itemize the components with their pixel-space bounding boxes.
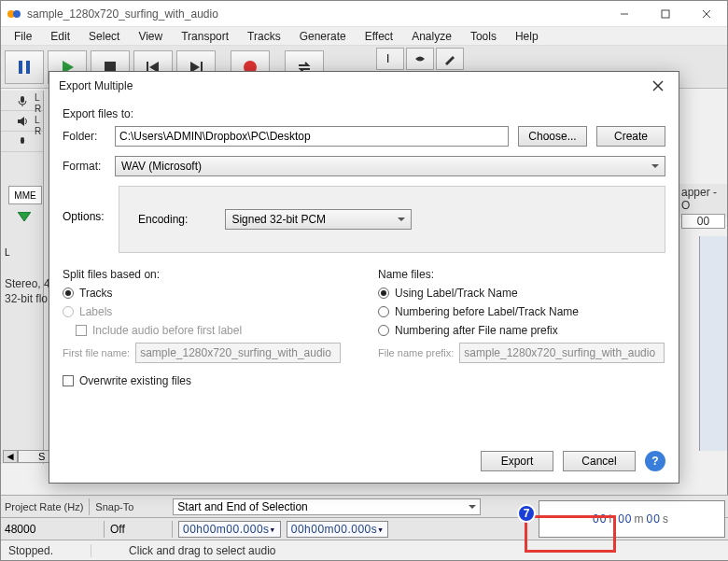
- svg-rect-6: [19, 61, 22, 74]
- overwrite-check[interactable]: Overwrite existing files: [63, 374, 665, 387]
- name-opt1-radio[interactable]: Using Label/Track Name: [378, 287, 665, 300]
- encoding-value: Signed 32-bit PCM: [231, 213, 326, 226]
- dialog-title: Export Multiple: [59, 79, 133, 92]
- prefix-input: [459, 343, 665, 363]
- encoding-label: Encoding:: [138, 213, 188, 226]
- name-opt2-radio[interactable]: Numbering before Label/Track Name: [378, 305, 665, 318]
- ch-l-2: L: [35, 115, 40, 125]
- encoding-select[interactable]: Signed 32-bit PCM: [225, 209, 412, 230]
- checkbox-icon: [63, 375, 74, 386]
- selection-tool-icon[interactable]: I: [376, 48, 404, 70]
- maximize-button[interactable]: [645, 1, 686, 27]
- dialog-buttons: Export Cancel ?: [481, 451, 665, 471]
- name-files-group: Name files: Using Label/Track Name Numbe…: [378, 268, 665, 363]
- menu-edit[interactable]: Edit: [41, 28, 79, 45]
- menu-file[interactable]: File: [5, 28, 41, 45]
- project-rate-value: 48000: [5, 523, 35, 536]
- close-button[interactable]: [686, 1, 727, 27]
- draw-tool-icon[interactable]: [436, 48, 464, 70]
- menu-transport[interactable]: Transport: [172, 28, 238, 45]
- radio-icon: [378, 288, 389, 299]
- svg-rect-16: [21, 96, 24, 103]
- svg-marker-17: [18, 117, 24, 126]
- menu-analyze[interactable]: Analyze: [402, 28, 461, 45]
- options-label: Options:: [63, 186, 105, 223]
- menu-view[interactable]: View: [129, 28, 172, 45]
- svg-rect-18: [21, 137, 24, 144]
- play-cursor-icon: [18, 212, 31, 226]
- svg-point-1: [13, 10, 21, 18]
- include-audio-check: Include audio before first label: [76, 324, 350, 337]
- export-multiple-dialog: Export Multiple Export files to: Folder:…: [49, 71, 679, 484]
- dialog-titlebar: Export Multiple: [49, 72, 679, 100]
- output-device-fragment: apper - O 00: [679, 184, 727, 217]
- menu-tools[interactable]: Tools: [461, 28, 506, 45]
- snap-to-label: Snap-To: [95, 501, 133, 512]
- envelope-tool-icon[interactable]: [406, 48, 434, 70]
- scroll-s: S: [38, 451, 45, 462]
- format-value: WAV (Microsoft): [121, 160, 202, 173]
- name-opt3-radio[interactable]: Numbering after File name prefix: [378, 324, 665, 337]
- svg-rect-3: [662, 10, 669, 18]
- first-file-label: First file name:: [63, 347, 130, 358]
- name-opt1-label: Using Label/Track Name: [395, 287, 518, 300]
- snap-to-value: Off: [110, 523, 125, 536]
- menu-generate[interactable]: Generate: [290, 28, 356, 45]
- create-button[interactable]: Create: [596, 126, 665, 147]
- split-tracks-label: Tracks: [79, 287, 113, 300]
- scroll-left-icon[interactable]: ◄: [3, 450, 18, 463]
- split-label: Split files based on:: [63, 268, 350, 281]
- folder-input[interactable]: [115, 126, 509, 147]
- selection-start-time[interactable]: 00h00m00.000s▾: [178, 521, 281, 538]
- choose-button[interactable]: Choose...: [518, 126, 587, 147]
- dialog-body: Export files to: Folder: Choose... Creat…: [49, 100, 679, 395]
- format-label: Format:: [63, 160, 105, 173]
- status-hint: Click and drag to select audio: [129, 544, 275, 557]
- ch-r-1: R: [35, 104, 41, 114]
- name-files-label: Name files:: [378, 268, 665, 281]
- svg-marker-19: [18, 212, 31, 221]
- split-tracks-radio[interactable]: Tracks: [63, 287, 350, 300]
- menubar: File Edit Select View Transport Tracks G…: [1, 27, 727, 46]
- menu-help[interactable]: Help: [506, 28, 548, 45]
- selection-mode-select[interactable]: Start and End of Selection: [173, 498, 481, 515]
- app-icon: [7, 7, 21, 21]
- audio-position-display[interactable]: 00h00m00s: [539, 500, 725, 538]
- format-select[interactable]: WAV (Microsoft): [115, 156, 665, 176]
- menu-effect[interactable]: Effect: [356, 28, 402, 45]
- status-state: Stopped.: [8, 544, 91, 557]
- help-button[interactable]: ?: [645, 451, 665, 471]
- radio-icon: [63, 306, 74, 317]
- mapper-text: apper - O: [681, 186, 725, 212]
- radio-icon: [378, 306, 389, 317]
- options-group: Encoding: Signed 32-bit PCM: [119, 186, 665, 253]
- waveform-label-l: L: [5, 247, 10, 258]
- snap-to-select[interactable]: Off: [110, 523, 166, 536]
- project-rate-select[interactable]: 48000: [5, 523, 98, 536]
- ch-r-2: R: [35, 126, 41, 136]
- radio-icon: [378, 325, 389, 336]
- pause-button[interactable]: [5, 50, 44, 84]
- export-to-label: Export files to:: [63, 107, 665, 120]
- name-opt2-label: Numbering before Label/Track Name: [395, 305, 579, 318]
- radio-icon: [63, 288, 74, 299]
- export-button[interactable]: Export: [481, 451, 553, 471]
- selection-mode-value: Start and End of Selection: [177, 500, 307, 513]
- first-file-input: [135, 343, 341, 363]
- project-rate-label: Project Rate (Hz): [5, 501, 83, 512]
- waveform-edge: [699, 236, 727, 451]
- zero-box: 00: [681, 214, 725, 229]
- track-info: Stereo, 4 32-bit flo: [5, 277, 50, 306]
- folder-label: Folder:: [63, 130, 105, 143]
- host-select[interactable]: MME: [8, 186, 42, 204]
- include-audio-label: Include audio before first label: [92, 324, 242, 337]
- minimize-button[interactable]: [604, 1, 645, 27]
- dialog-close-button[interactable]: [647, 75, 669, 97]
- titlebar: sample_1280x720_surfing_with_audio: [1, 1, 727, 27]
- selection-end-time[interactable]: 00h00m00.000s▾: [287, 521, 389, 538]
- checkbox-icon: [76, 325, 87, 336]
- menu-tracks[interactable]: Tracks: [238, 28, 290, 45]
- cancel-button[interactable]: Cancel: [563, 451, 636, 471]
- name-opt3-label: Numbering after File name prefix: [395, 324, 558, 337]
- menu-select[interactable]: Select: [79, 28, 129, 45]
